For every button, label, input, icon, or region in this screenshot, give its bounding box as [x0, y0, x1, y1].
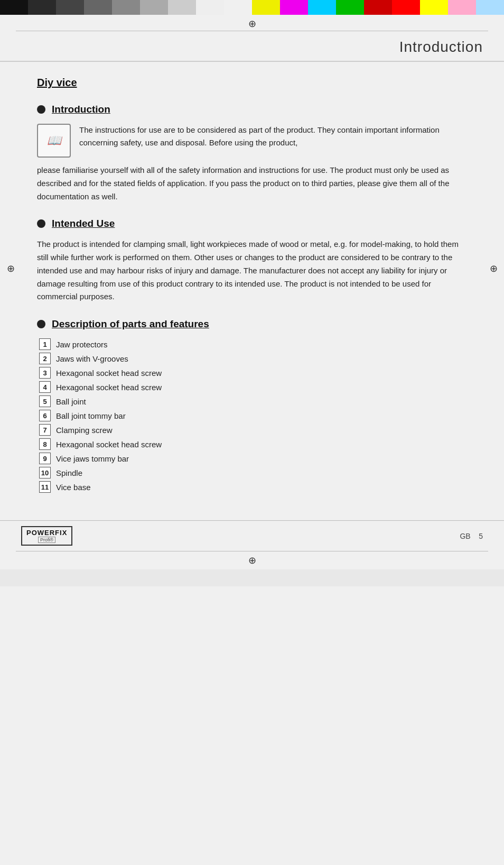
page-title: Introduction: [399, 39, 483, 56]
intro-info-text: The instructions for use are to be consi…: [79, 124, 462, 149]
color-segment: [168, 0, 196, 15]
part-label: Vice base: [56, 483, 91, 492]
footer-locale: GB: [460, 532, 470, 540]
part-label: Jaw protectors: [56, 340, 108, 349]
page-header: Introduction: [0, 33, 504, 62]
part-label: Ball joint: [56, 397, 86, 406]
intended-use-body-text: The product is intended for clamping sma…: [37, 238, 462, 303]
list-item: 7Clamping screw: [39, 424, 462, 436]
color-segment: [336, 0, 364, 15]
intended-use-heading: Intended Use: [52, 218, 115, 229]
part-number: 5: [39, 395, 51, 407]
part-label: Spindle: [56, 468, 82, 477]
right-registration-mark: ⊕: [483, 62, 504, 520]
part-label: Ball joint tommy bar: [56, 411, 126, 420]
part-label: Hexagonal socket head screw: [56, 383, 162, 392]
color-segment: [0, 0, 28, 15]
introduction-heading-row: Introduction: [37, 104, 462, 115]
list-item: 11Vice base: [39, 481, 462, 493]
part-number: 8: [39, 438, 51, 450]
color-segment: [196, 0, 224, 15]
part-label: Vice jaws tommy bar: [56, 454, 129, 463]
footer-page-number: 5: [479, 532, 483, 540]
footer-page-info: GB 5: [460, 532, 483, 540]
part-number: 2: [39, 353, 51, 364]
list-item: 9Vice jaws tommy bar: [39, 453, 462, 464]
brand-logo: POWERFIX Profi®: [21, 526, 72, 546]
page-layout: ⊕ Diy vice Introduction 📖 The instructio…: [0, 62, 504, 520]
part-label: Clamping screw: [56, 426, 113, 435]
diy-vice-title: Diy vice: [37, 77, 462, 89]
color-segment: [476, 0, 504, 15]
registration-mark-top: ⊕: [0, 15, 504, 31]
color-segment: [84, 0, 112, 15]
part-label: Jaws with V-grooves: [56, 354, 128, 363]
list-item: 8Hexagonal socket head screw: [39, 438, 462, 450]
introduction-heading: Introduction: [52, 104, 110, 115]
description-bullet: [37, 320, 45, 328]
part-number: 9: [39, 453, 51, 464]
left-registration-mark: ⊕: [0, 62, 21, 520]
introduction-body-text: please familiarise yourself with all of …: [37, 164, 462, 203]
registration-mark-bottom: ⊕: [0, 551, 504, 569]
color-segment: [252, 0, 280, 15]
color-bar: [0, 0, 504, 15]
description-heading: Description of parts and features: [52, 318, 209, 330]
info-book-icon: 📖: [37, 124, 71, 158]
list-item: 4Hexagonal socket head screw: [39, 381, 462, 393]
intended-use-heading-row: Intended Use: [37, 218, 462, 229]
list-item: 10Spindle: [39, 467, 462, 478]
list-item: 5Ball joint: [39, 395, 462, 407]
part-number: 3: [39, 367, 51, 379]
part-number: 1: [39, 338, 51, 350]
color-segment: [364, 0, 392, 15]
part-label: Hexagonal socket head screw: [56, 440, 162, 449]
brand-sub: Profi®: [38, 537, 55, 543]
color-segment: [140, 0, 168, 15]
color-segment: [280, 0, 308, 15]
info-box-row: 📖 The instructions for use are to be con…: [37, 124, 462, 158]
part-label: Hexagonal socket head screw: [56, 369, 162, 378]
color-segment: [56, 0, 84, 15]
description-heading-row: Description of parts and features: [37, 318, 462, 330]
color-segment: [448, 0, 476, 15]
part-number: 6: [39, 410, 51, 421]
brand-name: POWERFIX: [26, 529, 67, 537]
bottom-gray-bar: [0, 569, 504, 586]
color-segment: [28, 0, 56, 15]
parts-list: 1Jaw protectors2Jaws with V-grooves3Hexa…: [39, 338, 462, 493]
description-section: Description of parts and features 1Jaw p…: [37, 318, 462, 493]
part-number: 7: [39, 424, 51, 436]
introduction-bullet: [37, 105, 45, 114]
list-item: 1Jaw protectors: [39, 338, 462, 350]
intended-use-section: Intended Use The product is intended for…: [37, 218, 462, 303]
list-item: 2Jaws with V-grooves: [39, 353, 462, 364]
color-segment: [224, 0, 252, 15]
list-item: 6Ball joint tommy bar: [39, 410, 462, 421]
part-number: 10: [39, 467, 51, 478]
main-content: Diy vice Introduction 📖 The instructions…: [21, 62, 483, 520]
color-segment: [112, 0, 140, 15]
introduction-section: Introduction 📖 The instructions for use …: [37, 104, 462, 203]
list-item: 3Hexagonal socket head screw: [39, 367, 462, 379]
part-number: 4: [39, 381, 51, 393]
color-segment: [420, 0, 448, 15]
part-number: 11: [39, 481, 51, 493]
page-footer: POWERFIX Profi® GB 5: [0, 520, 504, 551]
color-segment: [392, 0, 420, 15]
intended-use-bullet: [37, 219, 45, 228]
color-segment: [308, 0, 336, 15]
